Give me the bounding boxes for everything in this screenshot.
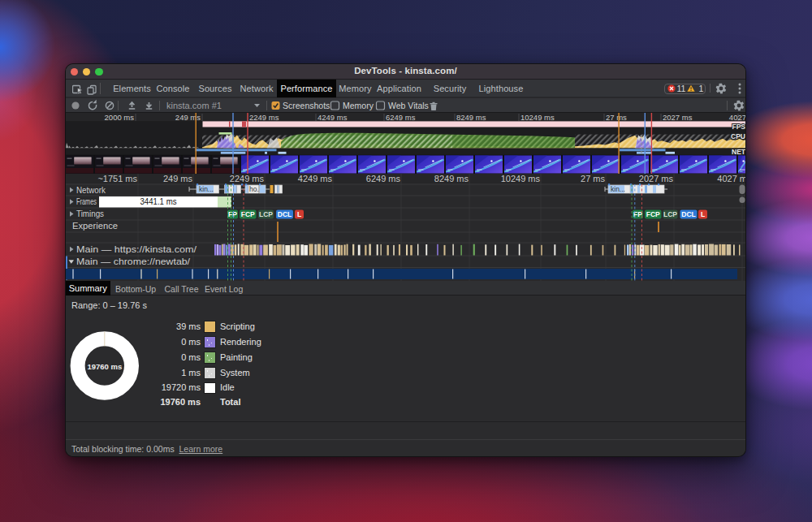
svg-text:Network: Network xyxy=(76,185,106,195)
svg-text:NET: NET xyxy=(732,148,746,156)
svg-text:LCP: LCP xyxy=(259,210,273,218)
svg-text:8249 ms: 8249 ms xyxy=(456,113,486,122)
svg-text:19760 ms: 19760 ms xyxy=(87,362,122,371)
svg-text:LCP: LCP xyxy=(663,210,677,218)
svg-text:FPS: FPS xyxy=(732,123,745,131)
svg-text:L: L xyxy=(297,210,301,218)
svg-text:27 ms: 27 ms xyxy=(581,174,605,183)
svg-text:FCP: FCP xyxy=(241,210,255,218)
svg-text:4249 ms: 4249 ms xyxy=(298,174,333,183)
svg-text:kin...: kin... xyxy=(611,185,625,193)
svg-text:10249 ms: 10249 ms xyxy=(501,174,541,183)
svg-text:4249 ms: 4249 ms xyxy=(317,113,348,122)
svg-text:249 ms: 249 ms xyxy=(175,113,201,122)
svg-text:2027 ms: 2027 ms xyxy=(639,174,674,183)
svg-text:27 ms: 27 ms xyxy=(606,113,627,122)
svg-text:2027 ms: 2027 ms xyxy=(663,113,693,122)
svg-text:L: L xyxy=(701,210,705,218)
svg-text:2249 ms: 2249 ms xyxy=(249,113,279,122)
svg-text:4027: 4027 xyxy=(729,113,746,122)
svg-text:3441.1 ms: 3441.1 ms xyxy=(140,196,177,206)
svg-text:CPU: CPU xyxy=(731,132,745,140)
svg-text:FCP: FCP xyxy=(646,210,660,218)
svg-text:2249 ms: 2249 ms xyxy=(230,174,265,183)
svg-text:6249 ms: 6249 ms xyxy=(366,174,401,183)
svg-text:DCL: DCL xyxy=(681,210,695,218)
svg-text:DCL: DCL xyxy=(278,210,292,218)
svg-text:Main — https://kinsta.com/: Main — https://kinsta.com/ xyxy=(76,244,197,254)
svg-text:~1751 ms: ~1751 ms xyxy=(97,174,137,183)
svg-text:249 ms: 249 ms xyxy=(163,174,193,183)
svg-text:Timings: Timings xyxy=(76,209,104,218)
svg-text:Frames: Frames xyxy=(76,196,97,206)
svg-text:Experience: Experience xyxy=(72,221,118,231)
svg-text:2000 ms: 2000 ms xyxy=(105,113,135,122)
svg-text:ho.: ho. xyxy=(249,185,259,193)
svg-text:6249 ms: 6249 ms xyxy=(386,113,416,122)
svg-text:4027 m: 4027 m xyxy=(717,174,746,183)
svg-text:FP: FP xyxy=(228,210,237,218)
svg-text:8249 ms: 8249 ms xyxy=(434,174,469,183)
svg-text:Main — chrome://newtab/: Main — chrome://newtab/ xyxy=(76,257,190,266)
svg-text:10249 ms: 10249 ms xyxy=(520,113,555,122)
svg-text:kin...: kin... xyxy=(199,185,214,193)
